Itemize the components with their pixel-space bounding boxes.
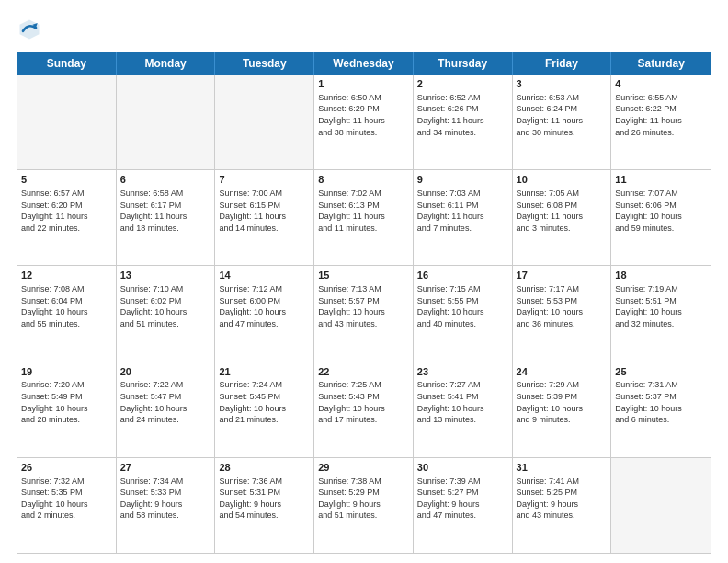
- day-number: 4: [615, 77, 707, 91]
- calendar-cell-8: 8Sunrise: 7:02 AM Sunset: 6:13 PM Daylig…: [314, 170, 414, 265]
- calendar-cell-27: 27Sunrise: 7:34 AM Sunset: 5:33 PM Dayli…: [117, 458, 216, 553]
- day-number: 30: [417, 461, 508, 475]
- cell-daylight-text: Sunrise: 7:31 AM Sunset: 5:37 PM Dayligh…: [615, 379, 707, 425]
- day-number: 6: [120, 173, 211, 187]
- header: [17, 17, 711, 42]
- weekday-header-sunday: Sunday: [17, 52, 117, 75]
- day-number: 19: [21, 365, 112, 379]
- calendar-row-1: 1Sunrise: 6:50 AM Sunset: 6:29 PM Daylig…: [17, 75, 711, 169]
- cell-daylight-text: Sunrise: 7:17 AM Sunset: 5:53 PM Dayligh…: [517, 283, 608, 329]
- day-number: 3: [517, 77, 608, 91]
- calendar-cell-11: 11Sunrise: 7:07 AM Sunset: 6:06 PM Dayli…: [611, 170, 711, 265]
- cell-daylight-text: Sunrise: 6:53 AM Sunset: 6:24 PM Dayligh…: [517, 92, 608, 138]
- day-number: 27: [120, 461, 211, 475]
- calendar-cell-6: 6Sunrise: 6:58 AM Sunset: 6:17 PM Daylig…: [117, 170, 216, 265]
- weekday-header-saturday: Saturday: [611, 52, 711, 75]
- calendar-cell-30: 30Sunrise: 7:39 AM Sunset: 5:27 PM Dayli…: [414, 458, 513, 553]
- cell-daylight-text: Sunrise: 7:34 AM Sunset: 5:33 PM Dayligh…: [120, 476, 211, 522]
- cell-daylight-text: Sunrise: 7:15 AM Sunset: 5:55 PM Dayligh…: [417, 283, 508, 329]
- calendar-row-3: 12Sunrise: 7:08 AM Sunset: 6:04 PM Dayli…: [17, 265, 711, 361]
- calendar-cell-empty-0-1: [117, 75, 216, 169]
- cell-daylight-text: Sunrise: 7:25 AM Sunset: 5:43 PM Dayligh…: [318, 379, 409, 425]
- cell-daylight-text: Sunrise: 7:38 AM Sunset: 5:29 PM Dayligh…: [318, 476, 409, 522]
- cell-daylight-text: Sunrise: 6:50 AM Sunset: 6:29 PM Dayligh…: [318, 92, 409, 138]
- calendar-cell-3: 3Sunrise: 6:53 AM Sunset: 6:24 PM Daylig…: [513, 75, 612, 169]
- calendar: SundayMondayTuesdayWednesdayThursdayFrid…: [17, 52, 711, 554]
- cell-daylight-text: Sunrise: 6:52 AM Sunset: 6:26 PM Dayligh…: [417, 92, 508, 138]
- cell-daylight-text: Sunrise: 7:29 AM Sunset: 5:39 PM Dayligh…: [517, 379, 608, 425]
- calendar-cell-19: 19Sunrise: 7:20 AM Sunset: 5:49 PM Dayli…: [17, 362, 117, 457]
- calendar-cell-23: 23Sunrise: 7:27 AM Sunset: 5:41 PM Dayli…: [414, 362, 513, 457]
- weekday-header-wednesday: Wednesday: [314, 52, 414, 75]
- day-number: 23: [417, 365, 508, 379]
- calendar-cell-29: 29Sunrise: 7:38 AM Sunset: 5:29 PM Dayli…: [314, 458, 414, 553]
- calendar-cell-7: 7Sunrise: 7:00 AM Sunset: 6:15 PM Daylig…: [215, 170, 314, 265]
- calendar-cell-21: 21Sunrise: 7:24 AM Sunset: 5:45 PM Dayli…: [215, 362, 314, 457]
- cell-daylight-text: Sunrise: 7:12 AM Sunset: 6:00 PM Dayligh…: [219, 283, 310, 329]
- cell-daylight-text: Sunrise: 6:55 AM Sunset: 6:22 PM Dayligh…: [615, 92, 707, 138]
- calendar-row-5: 26Sunrise: 7:32 AM Sunset: 5:35 PM Dayli…: [17, 457, 711, 553]
- day-number: 31: [517, 461, 608, 475]
- calendar-cell-25: 25Sunrise: 7:31 AM Sunset: 5:37 PM Dayli…: [611, 362, 711, 457]
- calendar-cell-15: 15Sunrise: 7:13 AM Sunset: 5:57 PM Dayli…: [314, 266, 414, 361]
- cell-daylight-text: Sunrise: 7:20 AM Sunset: 5:49 PM Dayligh…: [21, 379, 112, 425]
- cell-daylight-text: Sunrise: 7:03 AM Sunset: 6:11 PM Dayligh…: [417, 188, 508, 234]
- cell-daylight-text: Sunrise: 7:27 AM Sunset: 5:41 PM Dayligh…: [417, 379, 508, 425]
- calendar-cell-28: 28Sunrise: 7:36 AM Sunset: 5:31 PM Dayli…: [215, 458, 314, 553]
- calendar-cell-5: 5Sunrise: 6:57 AM Sunset: 6:20 PM Daylig…: [17, 170, 117, 265]
- logo-icon: [17, 17, 42, 42]
- day-number: 9: [417, 173, 508, 187]
- weekday-header-thursday: Thursday: [414, 52, 513, 75]
- day-number: 18: [615, 269, 707, 282]
- weekday-header-friday: Friday: [513, 52, 612, 75]
- calendar-cell-empty-0-0: [17, 75, 117, 169]
- day-number: 16: [417, 269, 508, 282]
- calendar-row-2: 5Sunrise: 6:57 AM Sunset: 6:20 PM Daylig…: [17, 169, 711, 265]
- day-number: 17: [517, 269, 608, 282]
- day-number: 13: [120, 269, 211, 282]
- calendar-cell-18: 18Sunrise: 7:19 AM Sunset: 5:51 PM Dayli…: [611, 266, 711, 361]
- day-number: 5: [21, 173, 112, 187]
- weekday-header-tuesday: Tuesday: [215, 52, 314, 75]
- day-number: 21: [219, 365, 310, 379]
- calendar-cell-4: 4Sunrise: 6:55 AM Sunset: 6:22 PM Daylig…: [611, 75, 711, 169]
- cell-daylight-text: Sunrise: 7:07 AM Sunset: 6:06 PM Dayligh…: [615, 188, 707, 234]
- day-number: 11: [615, 173, 707, 187]
- calendar-header: SundayMondayTuesdayWednesdayThursdayFrid…: [17, 52, 711, 75]
- day-number: 22: [318, 365, 409, 379]
- calendar-cell-1: 1Sunrise: 6:50 AM Sunset: 6:29 PM Daylig…: [314, 75, 414, 169]
- calendar-cell-2: 2Sunrise: 6:52 AM Sunset: 6:26 PM Daylig…: [414, 75, 513, 169]
- day-number: 29: [318, 461, 409, 475]
- page: SundayMondayTuesdayWednesdayThursdayFrid…: [0, 0, 728, 563]
- cell-daylight-text: Sunrise: 7:39 AM Sunset: 5:27 PM Dayligh…: [417, 476, 508, 522]
- cell-daylight-text: Sunrise: 7:08 AM Sunset: 6:04 PM Dayligh…: [21, 283, 112, 329]
- cell-daylight-text: Sunrise: 7:32 AM Sunset: 5:35 PM Dayligh…: [21, 476, 112, 522]
- cell-daylight-text: Sunrise: 6:58 AM Sunset: 6:17 PM Dayligh…: [120, 188, 211, 234]
- calendar-cell-16: 16Sunrise: 7:15 AM Sunset: 5:55 PM Dayli…: [414, 266, 513, 361]
- weekday-header-monday: Monday: [117, 52, 216, 75]
- calendar-cell-24: 24Sunrise: 7:29 AM Sunset: 5:39 PM Dayli…: [513, 362, 612, 457]
- calendar-cell-31: 31Sunrise: 7:41 AM Sunset: 5:25 PM Dayli…: [513, 458, 612, 553]
- day-number: 7: [219, 173, 310, 187]
- day-number: 28: [219, 461, 310, 475]
- cell-daylight-text: Sunrise: 7:02 AM Sunset: 6:13 PM Dayligh…: [318, 188, 409, 234]
- cell-daylight-text: Sunrise: 7:13 AM Sunset: 5:57 PM Dayligh…: [318, 283, 409, 329]
- calendar-cell-26: 26Sunrise: 7:32 AM Sunset: 5:35 PM Dayli…: [17, 458, 117, 553]
- day-number: 1: [318, 77, 409, 91]
- day-number: 24: [517, 365, 608, 379]
- cell-daylight-text: Sunrise: 7:24 AM Sunset: 5:45 PM Dayligh…: [219, 379, 310, 425]
- cell-daylight-text: Sunrise: 7:00 AM Sunset: 6:15 PM Dayligh…: [219, 188, 310, 234]
- day-number: 14: [219, 269, 310, 282]
- calendar-cell-9: 9Sunrise: 7:03 AM Sunset: 6:11 PM Daylig…: [414, 170, 513, 265]
- calendar-cell-empty-0-2: [215, 75, 314, 169]
- cell-daylight-text: Sunrise: 7:10 AM Sunset: 6:02 PM Dayligh…: [120, 283, 211, 329]
- day-number: 2: [417, 77, 508, 91]
- day-number: 12: [21, 269, 112, 282]
- calendar-cell-14: 14Sunrise: 7:12 AM Sunset: 6:00 PM Dayli…: [215, 266, 314, 361]
- day-number: 10: [517, 173, 608, 187]
- cell-daylight-text: Sunrise: 7:05 AM Sunset: 6:08 PM Dayligh…: [517, 188, 608, 234]
- logo: [17, 17, 46, 42]
- cell-daylight-text: Sunrise: 7:41 AM Sunset: 5:25 PM Dayligh…: [517, 476, 608, 522]
- cell-daylight-text: Sunrise: 7:19 AM Sunset: 5:51 PM Dayligh…: [615, 283, 707, 329]
- calendar-cell-10: 10Sunrise: 7:05 AM Sunset: 6:08 PM Dayli…: [513, 170, 612, 265]
